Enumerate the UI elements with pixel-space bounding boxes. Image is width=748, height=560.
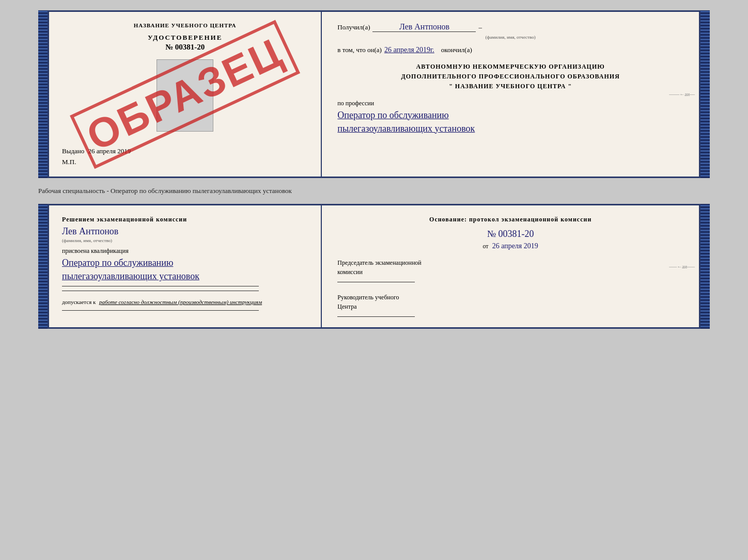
top-certificate: НАЗВАНИЕ УЧЕБНОГО ЦЕНТРА УДОСТОВЕРЕНИЕ №…	[38, 10, 710, 178]
org-name: НАЗВАНИЕ УЧЕБНОГО ЦЕНТРА	[455, 83, 566, 90]
profession-line2: пылегазоулавливающих установок	[337, 123, 683, 134]
bottom-certificate: Решением экзаменационной комиссии Лев Ан…	[38, 204, 710, 329]
between-docs-text: Рабочая специальность - Оператор по обсл…	[38, 184, 710, 198]
udost-title: УДОСТОВЕРЕНИЕ	[62, 34, 308, 42]
cert-bottom-left: Решением экзаменационной комиссии Лев Ан…	[49, 205, 322, 327]
org-block: АВТОНОМНУЮ НЕКОММЕРЧЕСКУЮ ОРГАНИЗАЦИЮ ДО…	[337, 62, 683, 92]
vtom-date: 26 апреля 2019г.	[384, 46, 434, 54]
prisvoena: присвоена квалификация	[62, 247, 308, 255]
fio-label-bottom: (фамилия, имя, отчество)	[62, 238, 308, 243]
right-margin-bottom: – – – и а ← – – –	[669, 205, 695, 327]
ot-date-line: от 26 апреля 2019	[337, 242, 683, 250]
cert-main-bottom: Решением экзаменационной комиссии Лев Ан…	[48, 204, 700, 329]
bottom-name: Лев Антпонов	[62, 226, 308, 237]
left-strip-bottom	[38, 204, 48, 329]
fio-label-top: (фамилия, имя, отчество)	[337, 35, 683, 40]
predsedatel-block: Председатель экзаменационной комиссии	[337, 258, 683, 282]
vydano-date: 26 апреля 2019	[88, 147, 131, 155]
udost-number: № 00381-20	[62, 43, 308, 52]
osnovanie-label: Основание: протокол экзаменационной коми…	[337, 216, 683, 223]
right-strip-top	[700, 10, 710, 178]
photo-placeholder	[157, 59, 213, 132]
org-quote1: "	[449, 83, 453, 90]
protocol-number: № 00381-20	[337, 229, 683, 239]
rukovoditel-signature	[337, 316, 415, 317]
profession-line1: Оператор по обслуживанию	[337, 110, 683, 121]
cert-bottom-right: Основание: протокол экзаменационной коми…	[322, 205, 699, 327]
poluchil-field: Лев Антпонов	[372, 22, 476, 32]
dopusk-text: работе согласно должностным (производств…	[99, 299, 262, 305]
dopuskaetsya-block: допускается к работе согласно должностны…	[62, 299, 308, 305]
po-professii: по профессии	[337, 100, 683, 107]
predsedatel-line2: комиссии	[337, 268, 363, 276]
predsedatel-signature	[337, 282, 415, 282]
ot-date-value: 26 апреля 2019	[492, 242, 538, 250]
cert-top-right: Получил(а) Лев Антпонов – (фамилия, имя,…	[322, 12, 699, 177]
ot-label: от	[483, 243, 489, 250]
cert-main-top: НАЗВАНИЕ УЧЕБНОГО ЦЕНТРА УДОСТОВЕРЕНИЕ №…	[48, 10, 700, 178]
predsedatel-line1: Председатель экзаменационной	[337, 259, 421, 266]
rukovoditel-line1: Руководитель учебного	[337, 294, 399, 301]
vydano-label: Выдано	[62, 147, 84, 155]
poluchil-label: Получил(а)	[337, 23, 370, 31]
org-quote2: "	[568, 83, 572, 90]
resheniem-block: Решением экзаменационной комиссии	[62, 216, 308, 223]
rukovoditel-block: Руководитель учебного Центра	[337, 293, 683, 317]
document-container: НАЗВАНИЕ УЧЕБНОГО ЦЕНТРА УДОСТОВЕРЕНИЕ №…	[38, 10, 710, 329]
okonchil-label: окончил(а)	[441, 46, 472, 54]
vtom-line: в том, что он(а) 26 апреля 2019г. окончи…	[337, 46, 683, 54]
qual-line1: Оператор по обслуживанию	[62, 258, 308, 268]
school-title-top: НАЗВАНИЕ УЧЕБНОГО ЦЕНТРА	[62, 22, 308, 28]
right-margin-top: – – и а ← – – – –	[669, 12, 695, 177]
vtom-label: в том, что он(а)	[337, 46, 382, 54]
rukovoditel-line2: Центра	[337, 303, 356, 310]
mp-line: М.П.	[62, 158, 308, 166]
poluchil-line: Получил(а) Лев Антпонов –	[337, 22, 683, 32]
qual-line2: пылегазоулавливающих установок	[62, 271, 308, 282]
poluchil-name: Лев Антпонов	[399, 22, 449, 31]
right-strip-bottom	[700, 204, 710, 329]
cert-top-left: НАЗВАНИЕ УЧЕБНОГО ЦЕНТРА УДОСТОВЕРЕНИЕ №…	[49, 12, 322, 177]
org-line1: АВТОНОМНУЮ НЕКОММЕРЧЕСКУЮ ОРГАНИЗАЦИЮ	[337, 62, 683, 72]
vydano-line: Выдано 26 апреля 2019	[62, 147, 308, 155]
org-name-line: " НАЗВАНИЕ УЧЕБНОГО ЦЕНТРА "	[337, 82, 683, 91]
dopuskaetsya-label: допускается к	[62, 299, 96, 305]
left-strip-top	[38, 10, 48, 178]
org-line2: ДОПОЛНИТЕЛЬНОГО ПРОФЕССИОНАЛЬНОГО ОБРАЗО…	[337, 72, 683, 82]
udost-block: УДОСТОВЕРЕНИЕ № 00381-20	[62, 34, 308, 52]
